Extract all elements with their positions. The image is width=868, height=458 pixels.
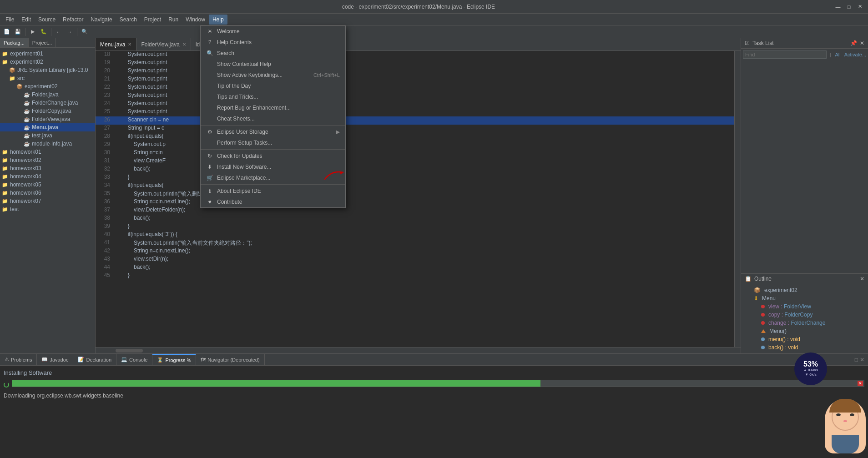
bottom-close-icon[interactable]: ✕ (860, 357, 864, 363)
about-icon: ℹ (206, 188, 213, 194)
tab-folderview-close[interactable]: ✕ (182, 42, 186, 47)
bottom-tab-declaration[interactable]: 📝 Declaration (73, 354, 116, 365)
help-menu-keybindings[interactable]: Show Active Keybindings... Ctrl+Shift+L (201, 70, 345, 81)
tree-item[interactable]: 📁 homework05 (0, 181, 95, 189)
menu-search[interactable]: Search (116, 15, 141, 25)
tree-item[interactable]: 📁 src (0, 74, 95, 82)
toolbar-back[interactable]: ← (54, 27, 64, 37)
field-dot (761, 313, 765, 317)
editor-tab-folderview[interactable]: FolderView.java ✕ (136, 38, 191, 50)
tree-item[interactable]: 📦 experiment02 (0, 82, 95, 91)
editor-tab-menu[interactable]: Menu.java ✕ (96, 38, 136, 50)
outline-item-copy[interactable]: copy : FolderCopy (741, 311, 868, 319)
task-find-input[interactable] (743, 50, 827, 59)
outline-item-experiment02[interactable]: 📦 experiment02 (741, 286, 868, 294)
bottom-tab-javadoc[interactable]: 📖 Javadoc (37, 354, 73, 365)
left-tab-packages[interactable]: Packag... (0, 38, 29, 47)
tree-item[interactable]: 📁 homework02 (0, 156, 95, 164)
toolbar-search[interactable]: 🔍 (80, 27, 90, 37)
contextual-label: Show Contextual Help (217, 61, 271, 67)
tree-item[interactable]: ☕ test.java (0, 131, 95, 140)
tab-menu-close[interactable]: ✕ (128, 42, 131, 47)
bottom-tab-problems[interactable]: ⚠ Problems (0, 354, 37, 365)
bottom-tab-progress[interactable]: ⏳ Progress % (152, 354, 196, 365)
toolbar-debug[interactable]: 🐛 (39, 27, 49, 37)
task-all-link[interactable]: All (835, 52, 840, 57)
tree-item[interactable]: ☕ module-info.java (0, 140, 95, 148)
bottom-maximize-icon[interactable]: □ (855, 357, 858, 363)
help-menu-marketplace[interactable]: 🛒 Eclipse Marketplace... (201, 172, 345, 183)
help-menu-search[interactable]: 🔍 Search (201, 48, 345, 59)
toolbar-save[interactable]: 💾 (13, 27, 23, 37)
outline-close-icon[interactable]: ✕ (860, 276, 864, 282)
tree-item[interactable]: 📁 test (0, 205, 95, 213)
help-menu-setup[interactable]: Perform Setup Tasks... (201, 137, 345, 148)
menu-source[interactable]: Source (35, 15, 59, 25)
horizontal-scrollbar[interactable] (96, 347, 741, 353)
tree-item[interactable]: 📁 homework06 (0, 189, 95, 197)
line-number: 40 (96, 231, 114, 239)
toolbar-run[interactable]: ▶ (28, 27, 38, 37)
task-activate-link[interactable]: Activate... (844, 52, 866, 57)
outline-item-change[interactable]: change : FolderChange (741, 319, 868, 327)
help-menu-cheatsheets[interactable]: Cheat Sheets... (201, 113, 345, 124)
help-menu-userstorage[interactable]: ⚙ Eclipse User Storage ▶ (201, 126, 345, 137)
tree-item-label: FolderChange.java (32, 100, 78, 106)
tree-item[interactable]: 📁 homework04 (0, 172, 95, 181)
toolbar-new[interactable]: 📄 (2, 27, 12, 37)
code-line: 31 view.CreateF (96, 157, 734, 166)
outline-item-menu-method[interactable]: menu() : void (741, 335, 868, 343)
menu-file[interactable]: File (2, 15, 18, 25)
tree-item[interactable]: 📁 homework07 (0, 197, 95, 205)
outline-item-menu-class[interactable]: ⬇ Menu (741, 294, 868, 302)
code-line: 25 System.out.print (96, 108, 734, 116)
help-menu-contribute[interactable]: ♥ Contribute (201, 196, 345, 207)
menu-run[interactable]: Run (165, 15, 182, 25)
menu-edit[interactable]: Edit (18, 15, 35, 25)
help-menu-contents[interactable]: ? Help Contents (201, 37, 345, 48)
help-menu-contextual[interactable]: Show Contextual Help (201, 59, 345, 70)
tree-item[interactable]: 📁 homework03 (0, 164, 95, 172)
help-menu-about[interactable]: ℹ About Eclipse IDE (201, 186, 345, 196)
code-line: 42 String n=cin.nextLine(); (96, 247, 734, 256)
tree-item[interactable]: ☕ Folder.java (0, 91, 95, 99)
progress-bar-fill (12, 380, 540, 387)
tree-item[interactable]: 📁 experiment02 (0, 58, 95, 66)
menu-window[interactable]: Window (182, 15, 209, 25)
help-menu-report[interactable]: Report Bug or Enhancement... (201, 102, 345, 113)
tree-item-icon: ☕ (24, 116, 30, 122)
bottom-minimize-icon[interactable]: — (848, 357, 853, 363)
tree-item[interactable]: ☕ FolderView.java (0, 115, 95, 123)
tree-item[interactable]: ☕ FolderCopy.java (0, 107, 95, 115)
code-line: 19 System.out.print (96, 59, 734, 67)
outline-item-constructor[interactable]: Menu() (741, 327, 868, 335)
tree-item[interactable]: ☕ FolderChange.java (0, 99, 95, 107)
close-button[interactable]: ✕ (855, 2, 864, 11)
bottom-tab-navigator[interactable]: 🗺 Navigator (Deprecated) (196, 354, 264, 365)
outline-item-back-method[interactable]: back() : void (741, 343, 868, 352)
help-menu-tipofday[interactable]: Tip of the Day (201, 81, 345, 91)
code-line: 23 System.out.print (96, 92, 734, 100)
menu-refactor[interactable]: Refactor (59, 15, 87, 25)
code-area[interactable]: 18 System.out.print 19 System.out.print … (96, 51, 734, 347)
bottom-tab-console[interactable]: 💻 Console (116, 354, 152, 365)
minimize-button[interactable]: — (833, 2, 843, 11)
left-tab-project[interactable]: Project... (29, 38, 56, 47)
menu-help[interactable]: Help (209, 15, 227, 25)
outline-item-view[interactable]: view : FolderView (741, 302, 868, 311)
toolbar-forward[interactable]: → (65, 27, 75, 37)
tree-item[interactable]: 📦 JRE System Library [jdk-13.0 (0, 66, 95, 74)
tree-item[interactable]: 📁 homework01 (0, 148, 95, 156)
task-list-close-icon[interactable]: ✕ (860, 40, 864, 46)
help-menu-updates[interactable]: ↻ Check for Updates (201, 151, 345, 161)
progress-cancel-button[interactable]: ✕ (858, 381, 863, 386)
tree-item[interactable]: ☕ Menu.java (0, 123, 95, 131)
line-number: 39 (96, 223, 114, 231)
tree-item[interactable]: 📁 experiment01 (0, 50, 95, 58)
help-menu-tips[interactable]: Tips and Tricks... (201, 91, 345, 102)
menu-project[interactable]: Project (141, 15, 165, 25)
maximize-button[interactable]: □ (844, 2, 853, 11)
help-menu-welcome[interactable]: ☀ Welcome (201, 26, 345, 37)
scrollbar-thumb[interactable] (116, 349, 143, 352)
menu-navigate[interactable]: Navigate (87, 15, 116, 25)
